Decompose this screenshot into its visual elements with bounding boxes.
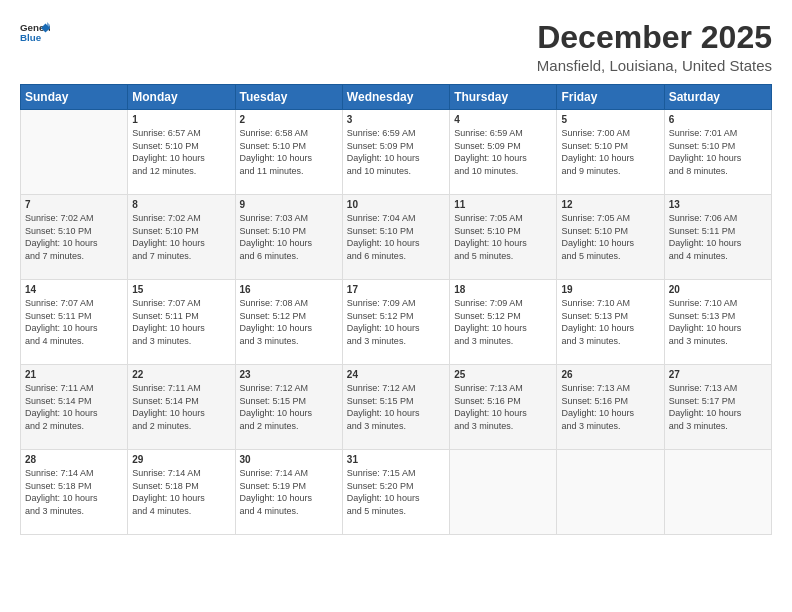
day-info: Sunrise: 7:11 AM Sunset: 5:14 PM Dayligh… [25,382,123,432]
day-info: Sunrise: 7:01 AM Sunset: 5:10 PM Dayligh… [669,127,767,177]
week-row-3: 14Sunrise: 7:07 AM Sunset: 5:11 PM Dayli… [21,280,772,365]
day-number: 22 [132,369,230,380]
calendar-cell: 29Sunrise: 7:14 AM Sunset: 5:18 PM Dayli… [128,450,235,535]
day-number: 4 [454,114,552,125]
day-number: 16 [240,284,338,295]
calendar-cell [21,110,128,195]
calendar-cell: 1Sunrise: 6:57 AM Sunset: 5:10 PM Daylig… [128,110,235,195]
col-thursday: Thursday [450,85,557,110]
week-row-2: 7Sunrise: 7:02 AM Sunset: 5:10 PM Daylig… [21,195,772,280]
calendar-cell: 4Sunrise: 6:59 AM Sunset: 5:09 PM Daylig… [450,110,557,195]
calendar-cell: 11Sunrise: 7:05 AM Sunset: 5:10 PM Dayli… [450,195,557,280]
title-block: December 2025 Mansfield, Louisiana, Unit… [537,20,772,74]
day-info: Sunrise: 7:14 AM Sunset: 5:18 PM Dayligh… [25,467,123,517]
calendar-cell: 10Sunrise: 7:04 AM Sunset: 5:10 PM Dayli… [342,195,449,280]
calendar-header-row: Sunday Monday Tuesday Wednesday Thursday… [21,85,772,110]
day-number: 20 [669,284,767,295]
calendar-cell: 12Sunrise: 7:05 AM Sunset: 5:10 PM Dayli… [557,195,664,280]
calendar-cell: 21Sunrise: 7:11 AM Sunset: 5:14 PM Dayli… [21,365,128,450]
main-title: December 2025 [537,20,772,55]
calendar-cell: 27Sunrise: 7:13 AM Sunset: 5:17 PM Dayli… [664,365,771,450]
day-number: 13 [669,199,767,210]
col-saturday: Saturday [664,85,771,110]
calendar-cell: 23Sunrise: 7:12 AM Sunset: 5:15 PM Dayli… [235,365,342,450]
day-info: Sunrise: 7:09 AM Sunset: 5:12 PM Dayligh… [347,297,445,347]
calendar-cell: 9Sunrise: 7:03 AM Sunset: 5:10 PM Daylig… [235,195,342,280]
day-info: Sunrise: 7:05 AM Sunset: 5:10 PM Dayligh… [561,212,659,262]
calendar-cell: 18Sunrise: 7:09 AM Sunset: 5:12 PM Dayli… [450,280,557,365]
week-row-5: 28Sunrise: 7:14 AM Sunset: 5:18 PM Dayli… [21,450,772,535]
week-row-1: 1Sunrise: 6:57 AM Sunset: 5:10 PM Daylig… [21,110,772,195]
day-number: 7 [25,199,123,210]
day-number: 8 [132,199,230,210]
day-info: Sunrise: 7:03 AM Sunset: 5:10 PM Dayligh… [240,212,338,262]
calendar-cell: 17Sunrise: 7:09 AM Sunset: 5:12 PM Dayli… [342,280,449,365]
day-info: Sunrise: 7:02 AM Sunset: 5:10 PM Dayligh… [132,212,230,262]
calendar-cell: 31Sunrise: 7:15 AM Sunset: 5:20 PM Dayli… [342,450,449,535]
week-row-4: 21Sunrise: 7:11 AM Sunset: 5:14 PM Dayli… [21,365,772,450]
day-number: 30 [240,454,338,465]
day-number: 15 [132,284,230,295]
day-info: Sunrise: 7:08 AM Sunset: 5:12 PM Dayligh… [240,297,338,347]
day-number: 3 [347,114,445,125]
calendar-cell: 28Sunrise: 7:14 AM Sunset: 5:18 PM Dayli… [21,450,128,535]
day-number: 14 [25,284,123,295]
day-number: 28 [25,454,123,465]
calendar-cell [664,450,771,535]
col-wednesday: Wednesday [342,85,449,110]
day-number: 19 [561,284,659,295]
day-number: 27 [669,369,767,380]
day-number: 31 [347,454,445,465]
svg-text:Blue: Blue [20,32,42,43]
day-info: Sunrise: 7:02 AM Sunset: 5:10 PM Dayligh… [25,212,123,262]
calendar-cell: 5Sunrise: 7:00 AM Sunset: 5:10 PM Daylig… [557,110,664,195]
calendar-cell [450,450,557,535]
calendar-cell: 13Sunrise: 7:06 AM Sunset: 5:11 PM Dayli… [664,195,771,280]
header: General Blue December 2025 Mansfield, Lo… [20,20,772,74]
day-info: Sunrise: 7:13 AM Sunset: 5:17 PM Dayligh… [669,382,767,432]
col-sunday: Sunday [21,85,128,110]
calendar-cell: 24Sunrise: 7:12 AM Sunset: 5:15 PM Dayli… [342,365,449,450]
calendar-cell: 26Sunrise: 7:13 AM Sunset: 5:16 PM Dayli… [557,365,664,450]
day-info: Sunrise: 7:06 AM Sunset: 5:11 PM Dayligh… [669,212,767,262]
col-tuesday: Tuesday [235,85,342,110]
calendar-cell: 30Sunrise: 7:14 AM Sunset: 5:19 PM Dayli… [235,450,342,535]
day-info: Sunrise: 7:15 AM Sunset: 5:20 PM Dayligh… [347,467,445,517]
day-number: 9 [240,199,338,210]
day-number: 2 [240,114,338,125]
day-info: Sunrise: 7:07 AM Sunset: 5:11 PM Dayligh… [132,297,230,347]
day-info: Sunrise: 7:10 AM Sunset: 5:13 PM Dayligh… [561,297,659,347]
col-monday: Monday [128,85,235,110]
day-info: Sunrise: 6:59 AM Sunset: 5:09 PM Dayligh… [347,127,445,177]
calendar-cell: 7Sunrise: 7:02 AM Sunset: 5:10 PM Daylig… [21,195,128,280]
calendar-cell: 16Sunrise: 7:08 AM Sunset: 5:12 PM Dayli… [235,280,342,365]
day-info: Sunrise: 7:00 AM Sunset: 5:10 PM Dayligh… [561,127,659,177]
day-number: 23 [240,369,338,380]
day-number: 1 [132,114,230,125]
day-number: 18 [454,284,552,295]
day-number: 29 [132,454,230,465]
day-info: Sunrise: 7:11 AM Sunset: 5:14 PM Dayligh… [132,382,230,432]
calendar-cell: 19Sunrise: 7:10 AM Sunset: 5:13 PM Dayli… [557,280,664,365]
day-info: Sunrise: 6:59 AM Sunset: 5:09 PM Dayligh… [454,127,552,177]
calendar-cell: 15Sunrise: 7:07 AM Sunset: 5:11 PM Dayli… [128,280,235,365]
day-info: Sunrise: 7:13 AM Sunset: 5:16 PM Dayligh… [561,382,659,432]
day-info: Sunrise: 6:58 AM Sunset: 5:10 PM Dayligh… [240,127,338,177]
calendar-table: Sunday Monday Tuesday Wednesday Thursday… [20,84,772,535]
calendar-cell: 20Sunrise: 7:10 AM Sunset: 5:13 PM Dayli… [664,280,771,365]
day-number: 11 [454,199,552,210]
day-number: 6 [669,114,767,125]
calendar-cell: 22Sunrise: 7:11 AM Sunset: 5:14 PM Dayli… [128,365,235,450]
day-info: Sunrise: 7:13 AM Sunset: 5:16 PM Dayligh… [454,382,552,432]
day-number: 26 [561,369,659,380]
day-info: Sunrise: 7:12 AM Sunset: 5:15 PM Dayligh… [240,382,338,432]
calendar-cell: 25Sunrise: 7:13 AM Sunset: 5:16 PM Dayli… [450,365,557,450]
calendar-cell: 8Sunrise: 7:02 AM Sunset: 5:10 PM Daylig… [128,195,235,280]
day-number: 17 [347,284,445,295]
calendar-cell: 6Sunrise: 7:01 AM Sunset: 5:10 PM Daylig… [664,110,771,195]
col-friday: Friday [557,85,664,110]
page: General Blue December 2025 Mansfield, Lo… [0,0,792,612]
logo: General Blue [20,20,50,45]
logo-icon: General Blue [20,20,50,45]
day-info: Sunrise: 7:12 AM Sunset: 5:15 PM Dayligh… [347,382,445,432]
